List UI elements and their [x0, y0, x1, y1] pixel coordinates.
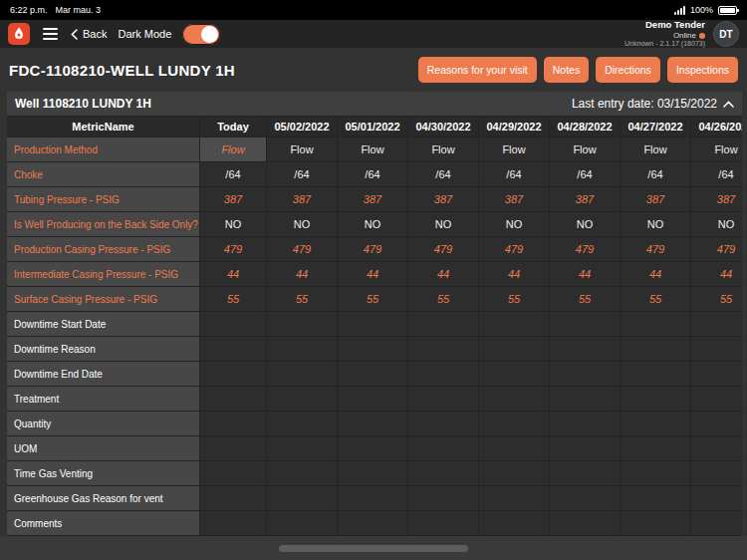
history-value-cell: [479, 337, 550, 362]
table-row: Surface Casing Pressure - PSIG5555555555…: [7, 287, 742, 312]
dark-mode-label: Dark Mode: [118, 28, 171, 40]
metric-name-cell: Tubing Pressure - PSIG: [7, 187, 200, 212]
table-body: Production MethodFlowFlowFlowFlowFlowFlo…: [7, 138, 742, 536]
history-value-cell: [621, 486, 691, 511]
table-row: Quantity: [7, 412, 742, 436]
date-column-header: 04/26/2022: [691, 117, 742, 138]
history-value-cell: [267, 312, 338, 337]
today-value-cell[interactable]: /64: [200, 162, 267, 187]
today-value-cell[interactable]: NO: [200, 212, 267, 237]
battery-percent: 100%: [690, 5, 713, 15]
reasons-for-visit-button[interactable]: Reasons for your visit: [418, 57, 537, 83]
history-value-cell: [550, 362, 621, 387]
history-value-cell: [479, 461, 550, 486]
history-value-cell: 387: [338, 187, 408, 212]
history-value-cell: [691, 312, 742, 337]
history-value-cell: 479: [408, 237, 479, 262]
metric-name-cell: Quantity: [7, 412, 200, 436]
date-column-header: 04/30/2022: [408, 117, 479, 138]
history-value-cell: NO: [479, 212, 550, 237]
back-chevron-icon: [71, 29, 78, 40]
history-value-cell: 55: [550, 287, 621, 312]
menu-icon[interactable]: [41, 26, 60, 42]
scrollbar-thumb[interactable]: [279, 545, 468, 552]
history-value-cell: 44: [479, 262, 550, 287]
today-value-cell[interactable]: [200, 312, 267, 337]
toggle-knob: [201, 26, 218, 43]
history-value-cell: [479, 511, 550, 536]
history-value-cell: [691, 461, 742, 486]
history-value-cell: [479, 387, 550, 412]
history-value-cell: 55: [408, 287, 479, 312]
history-value-cell: [338, 461, 408, 486]
history-value-cell: 387: [550, 187, 621, 212]
table-row: Tubing Pressure - PSIG387387387387387387…: [7, 187, 742, 212]
history-value-cell: [621, 511, 691, 536]
horizontal-scrollbar[interactable]: [0, 536, 747, 560]
today-value-cell[interactable]: [200, 387, 267, 412]
history-value-cell: [408, 486, 479, 511]
chevron-up-icon[interactable]: [723, 101, 734, 108]
history-value-cell: NO: [408, 212, 479, 237]
history-value-cell: [338, 337, 408, 362]
today-value-cell[interactable]: [200, 461, 267, 486]
today-value-cell[interactable]: 387: [200, 187, 267, 212]
today-value-cell[interactable]: [200, 436, 267, 461]
today-value-cell[interactable]: [200, 362, 267, 387]
history-value-cell: 387: [267, 187, 338, 212]
table-scroll-area[interactable]: MetricNameToday05/02/202205/01/202204/30…: [7, 117, 742, 536]
history-value-cell: [479, 436, 550, 461]
history-value-cell: [338, 387, 408, 412]
history-value-cell: NO: [267, 212, 338, 237]
history-value-cell: [479, 412, 550, 436]
inspections-button[interactable]: Inspections: [667, 57, 738, 83]
today-value-cell[interactable]: 55: [200, 287, 267, 312]
today-value-cell[interactable]: [200, 337, 267, 362]
history-value-cell: 44: [691, 262, 742, 287]
dark-mode-toggle[interactable]: [182, 24, 220, 45]
history-value-cell: Flow: [338, 138, 408, 162]
online-dot-icon: [699, 33, 705, 39]
today-value-cell[interactable]: Flow: [200, 138, 267, 162]
history-value-cell: 387: [621, 187, 691, 212]
app-logo[interactable]: [8, 23, 30, 45]
history-value-cell: 44: [550, 262, 621, 287]
date-column-header: 05/02/2022: [267, 117, 338, 138]
well-header[interactable]: Well 1108210 LUNDY 1H Last entry date: 0…: [7, 92, 742, 117]
history-value-cell: 44: [338, 262, 408, 287]
history-value-cell: Flow: [550, 138, 621, 162]
account-status: Online: [624, 31, 705, 41]
well-title: Well 1108210 LUNDY 1H: [15, 97, 151, 111]
history-value-cell: [338, 312, 408, 337]
history-value-cell: 479: [691, 237, 742, 262]
today-value-cell[interactable]: 44: [200, 262, 267, 287]
history-value-cell: 479: [621, 237, 691, 262]
back-button[interactable]: Back: [71, 28, 107, 40]
app-version: Unknown - 2.1.17 (18073): [624, 40, 705, 48]
today-value-cell[interactable]: [200, 486, 267, 511]
history-value-cell: [408, 362, 479, 387]
history-value-cell: [267, 461, 338, 486]
today-value-cell[interactable]: 479: [200, 237, 267, 262]
directions-button[interactable]: Directions: [596, 57, 660, 83]
history-value-cell: 479: [267, 237, 338, 262]
today-value-cell[interactable]: [200, 511, 267, 536]
metric-name-cell: Downtime Start Date: [7, 312, 200, 337]
history-value-cell: [267, 486, 338, 511]
history-value-cell: [691, 486, 742, 511]
today-column-header: Today: [200, 117, 267, 138]
avatar[interactable]: DT: [713, 21, 739, 47]
history-value-cell: /64: [267, 162, 338, 187]
history-value-cell: [338, 412, 408, 436]
history-value-cell: [408, 387, 479, 412]
history-value-cell: [621, 436, 691, 461]
metric-name-cell: Is Well Producing on the Back Side Only?: [7, 212, 200, 237]
history-value-cell: /64: [550, 162, 621, 187]
notes-button[interactable]: Notes: [544, 57, 589, 83]
history-value-cell: [408, 337, 479, 362]
history-value-cell: Flow: [621, 138, 691, 162]
history-value-cell: [691, 387, 742, 412]
today-value-cell[interactable]: [200, 412, 267, 436]
drop-icon: [12, 26, 26, 42]
table-row: Time Gas Venting: [7, 461, 742, 486]
